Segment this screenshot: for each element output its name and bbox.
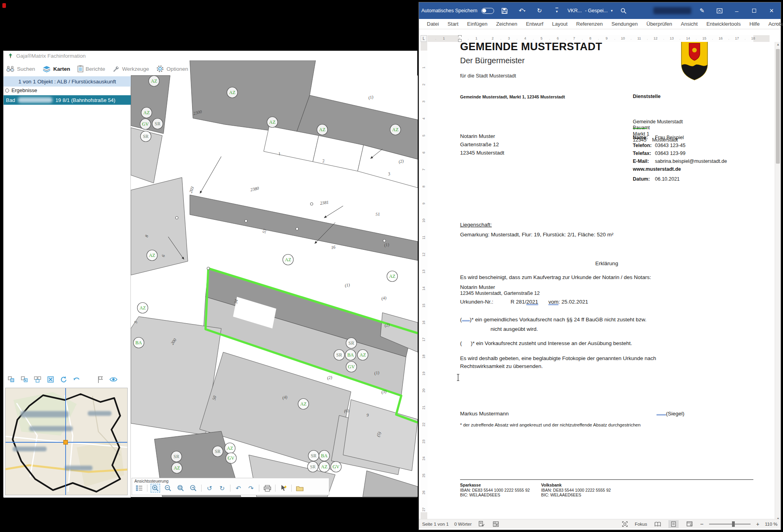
ribbon-tab[interactable]: Entwicklertools [702,20,745,28]
scroll-up-icon[interactable]: ▲ [775,43,781,46]
map-marker[interactable]: GV [346,362,357,372]
layers-folder-icon[interactable] [295,484,304,492]
redo-view-icon[interactable]: ↷ [246,484,256,492]
map-marker[interactable]: GV [331,462,342,472]
map-marker[interactable]: AZ [149,76,159,87]
ribbon-tab[interactable]: Referenzen [572,20,607,28]
ribbon-tab[interactable]: Ansicht [677,20,702,28]
map-marker[interactable]: AZ [227,87,238,98]
left-indent-marker[interactable] [458,39,462,42]
refresh-selection-icon[interactable] [59,375,68,384]
results-header[interactable]: Ergebnisse [5,87,37,93]
map-marker[interactable]: GV [226,453,236,464]
toolbar-suchen[interactable]: Suchen [6,66,35,72]
word-count[interactable]: 0 Wörter [454,522,472,526]
ribbon-tab[interactable]: Zeichnen [492,20,521,28]
map-marker[interactable]: AZ [141,108,152,118]
print-map-icon[interactable] [262,484,272,492]
clear-selection-icon[interactable] [46,375,55,384]
toolbar-karten[interactable]: Karten [42,66,70,72]
map-marker[interactable]: GV [140,119,151,130]
map-marker[interactable]: SR [152,119,163,129]
ribbon-tab[interactable]: Acrobat [764,20,783,28]
ribbon-tab[interactable]: Start [443,20,462,28]
map-marker[interactable]: SR [308,462,318,472]
zoom-in-button[interactable]: + [756,521,759,527]
map-marker[interactable]: AZ [298,399,309,409]
autosave-toggle[interactable] [481,8,494,14]
map-marker[interactable]: SR [334,350,345,360]
ribbon-tab[interactable]: Entwurf [522,20,547,28]
map-marker[interactable]: AZ [172,463,182,474]
rotate-right-icon[interactable]: ↻ [217,484,227,492]
document-page[interactable]: GEMEINDE MUSTERSTADT Der Bürgermeister f… [427,42,770,521]
document-title[interactable]: VKR... - Gespei... ▾ [568,8,613,13]
flag-icon[interactable] [96,375,105,384]
cadastral-map[interactable]: 23002032380238151123(1)(2)5316(1)68534(1… [131,60,418,497]
close-button[interactable]: × [765,5,778,17]
redo-icon[interactable]: ↻ [533,5,546,17]
draw-pen-icon[interactable]: ✎ [695,5,709,17]
multi-select-icon[interactable] [33,375,42,384]
focus-icon[interactable] [621,520,629,528]
ribbon-display-icon[interactable] [713,5,726,17]
print-layout-icon[interactable] [668,520,679,528]
ribbon-tab[interactable]: Hilfe [745,20,764,28]
focus-label[interactable]: Fokus [635,522,647,526]
overview-map[interactable] [5,388,128,495]
map-marker[interactable]: AZ [387,271,398,282]
visibility-icon[interactable] [109,375,118,384]
map-marker[interactable]: SR [346,338,357,349]
map-marker[interactable]: SR [140,131,151,142]
macro-recording-icon[interactable] [491,520,500,528]
select-feature-icon[interactable] [7,375,16,384]
identify-cursor-icon[interactable] [279,484,288,492]
zoom-in-icon[interactable] [151,484,160,492]
more-commands-icon[interactable]: ▔▾ [550,5,564,17]
zoom-slider-thumb[interactable] [732,521,735,527]
add-selection-icon[interactable] [20,375,29,384]
ribbon-tab[interactable]: Sendungen [608,20,642,28]
read-mode-icon[interactable] [653,520,663,528]
zoom-level[interactable]: 110 % [765,522,777,526]
page-indicator[interactable]: Seite 1 von 1 [422,522,449,526]
map-marker[interactable]: AZ [147,250,157,261]
map-marker[interactable]: AZ [390,125,401,135]
web-layout-icon[interactable] [684,520,694,528]
tab-selector[interactable]: L [421,35,427,42]
ribbon-tab[interactable]: Überprüfen [643,20,676,28]
undo-view-icon[interactable]: ↶ [234,484,243,492]
minimize-button[interactable]: – [730,5,743,17]
undo-selection-icon[interactable] [72,375,81,384]
search-icon[interactable] [617,5,630,17]
map-marker[interactable]: AZ [357,350,368,360]
undo-icon[interactable]: ↶▾ [515,5,529,17]
proofing-icon[interactable] [477,520,486,528]
ribbon-tab[interactable]: Datei [423,20,443,28]
map-marker[interactable]: SR [212,446,223,457]
ribbon-tab[interactable]: Layout [548,20,572,28]
ribbon-tab[interactable]: Einfügen [463,20,491,28]
more-tabs-chevron-icon[interactable]: › [776,21,777,26]
map-marker[interactable]: BA [133,338,144,348]
zoom-out-icon[interactable] [163,484,173,492]
result-row[interactable]: Bad 19 8/1 (Bahnhofstraße 54) [4,95,131,105]
maximize-button[interactable] [747,5,761,17]
map-marker[interactable]: AZ [317,125,328,135]
zoom-extent-icon[interactable] [189,484,198,492]
map-marker[interactable]: AZ [283,255,293,265]
map-marker[interactable]: AZ [225,443,235,454]
view-list-icon[interactable] [134,484,144,492]
map-marker[interactable]: AZ [137,303,148,313]
map-marker[interactable]: AZ [267,117,278,128]
save-icon[interactable] [498,5,511,17]
toolbar-berichte[interactable]: Berichte [77,65,106,72]
zoom-window-icon[interactable] [176,484,185,492]
map-marker[interactable]: BA [345,350,356,360]
rotate-left-icon[interactable]: ↺ [205,484,214,492]
checkbox-blank-1[interactable] [462,317,470,321]
map-marker[interactable]: SR [171,451,182,462]
map-marker[interactable]: AZ [319,462,330,472]
zoom-slider[interactable] [709,520,751,528]
vertical-scrollbar[interactable]: ▲ ▼ [775,42,781,521]
